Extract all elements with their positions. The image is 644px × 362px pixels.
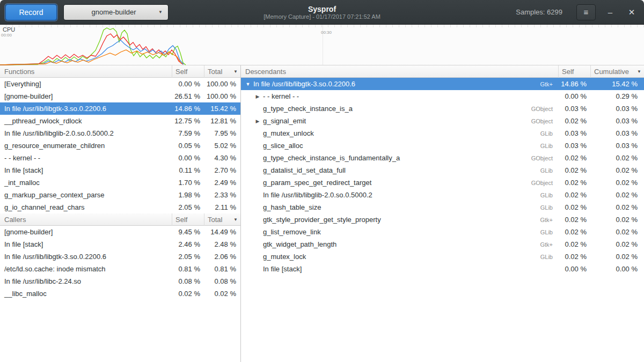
descendants-cumulative-column-header[interactable]: Cumulative▼	[590, 65, 644, 78]
headerbar-right: Samples: 6299 ≡ – ✕	[516, 4, 639, 20]
library-badge: Gtk+	[540, 81, 553, 87]
functions-table: [Everything]0.00 %100.00 %[gnome-builder…	[0, 78, 240, 213]
total-cell: 5.02 %	[204, 142, 240, 150]
sort-indicator-icon: ▼	[233, 217, 238, 222]
self-cell: 0.02 %	[558, 240, 590, 248]
descendants-table: ▼In file /usr/lib/libgtk-3.so.0.2200.6Gt…	[241, 78, 644, 275]
cumulative-cell: 0.02 %	[590, 203, 644, 211]
table-row[interactable]: g_slice_allocGLib0.03 %0.03 %	[241, 139, 644, 152]
table-row[interactable]: ▶g_signal_emitGObject0.02 %0.03 %	[241, 115, 644, 127]
minimize-button[interactable]: –	[603, 4, 617, 20]
expander-closed-icon[interactable]: ▶	[254, 94, 261, 99]
sysprof-window: Record gnome-builder ▼ Sysprof [Memory C…	[0, 0, 644, 362]
process-selector-label: gnome-builder	[69, 8, 158, 16]
cumulative-cell: 0.03 %	[590, 117, 644, 125]
table-row[interactable]: __pthread_rwlock_rdlock12.75 %12.81 %	[0, 115, 240, 127]
library-badge: Gtk+	[540, 241, 553, 248]
function-name-cell: _int_malloc	[0, 179, 172, 187]
table-row[interactable]: In file /usr/lib/libc-2.24.so0.08 %0.08 …	[0, 275, 240, 287]
total-cell: 0.02 %	[204, 290, 240, 298]
descendants-column-header[interactable]: Descendants	[241, 65, 558, 78]
self-cell: 0.11 %	[172, 166, 204, 174]
table-row[interactable]: In file [stack]0.11 %2.70 %	[0, 164, 240, 176]
table-row[interactable]: gtk_widget_path_lengthGtk+0.02 %0.02 %	[241, 238, 644, 250]
callers-total-column-header[interactable]: Total▼	[204, 213, 240, 226]
left-pane: Functions Self Total▼ [Everything]0.00 %…	[0, 65, 241, 362]
function-name-cell: g_mutex_unlock	[261, 129, 540, 137]
cumulative-cell: 0.02 %	[590, 154, 644, 162]
window-title: Sysprof	[308, 5, 336, 13]
table-row[interactable]: g_mutex_lockGLib0.02 %0.02 %	[241, 250, 644, 263]
library-badge: GLib	[540, 204, 553, 211]
process-selector[interactable]: gnome-builder ▼	[63, 4, 169, 20]
expander-closed-icon[interactable]: ▶	[254, 119, 261, 124]
table-row[interactable]: gtk_style_provider_get_style_propertyGtk…	[241, 213, 644, 226]
self-cell: 7.59 %	[172, 129, 204, 137]
table-row[interactable]: - - kernel - -0.00 %4.30 %	[0, 152, 240, 164]
self-cell: 0.03 %	[558, 142, 590, 150]
table-row[interactable]: [Everything]0.00 %100.00 %	[0, 78, 240, 90]
cumulative-cell: 0.02 %	[590, 191, 644, 199]
function-name-cell: In file /usr/lib/libgtk-3.so.0.2200.6	[0, 253, 172, 261]
table-row[interactable]: g_resource_enumerate_children0.05 %5.02 …	[0, 139, 240, 152]
library-badge: GObject	[531, 155, 553, 161]
table-row[interactable]: g_list_remove_linkGLib0.02 %0.02 %	[241, 226, 644, 238]
table-row[interactable]: /etc/ld.so.cache: inode mismatch0.81 %0.…	[0, 263, 240, 275]
functions-total-column-header[interactable]: Total▼	[204, 65, 240, 78]
table-row[interactable]: In file /usr/lib/libglib-2.0.so.0.5000.2…	[241, 189, 644, 201]
table-row[interactable]: g_type_check_instance_is_aGObject0.03 %0…	[241, 102, 644, 115]
minimize-icon: –	[608, 8, 612, 17]
table-row[interactable]: In file /usr/lib/libglib-2.0.so.0.5000.2…	[0, 127, 240, 139]
expander-open-icon[interactable]: ▼	[244, 82, 252, 87]
function-name-cell: In file [stack]	[0, 166, 172, 174]
function-name-cell: g_markup_parse_context_parse	[0, 191, 172, 199]
total-cell: 2.06 %	[204, 253, 240, 261]
cpu-timeline[interactable]: CPU 00:00 00:30	[0, 25, 644, 65]
self-cell: 0.02 %	[558, 253, 590, 261]
table-row[interactable]: ▶- - kernel - -0.00 %0.29 %	[241, 90, 644, 102]
table-row[interactable]: In file /usr/lib/libgtk-3.so.0.2200.62.0…	[0, 250, 240, 263]
cumulative-cell: 0.02 %	[590, 216, 644, 224]
cumulative-cell: 0.02 %	[590, 179, 644, 187]
function-name-cell: g_datalist_id_set_data_full	[261, 166, 540, 174]
total-cell: 2.48 %	[204, 240, 240, 248]
cpu-label: CPU	[3, 26, 15, 33]
descendants-header: Descendants Self Cumulative▼	[241, 65, 644, 78]
table-row[interactable]: In file [stack]0.00 %0.00 %	[241, 263, 644, 275]
table-row[interactable]: g_datalist_id_set_data_fullGLib0.02 %0.0…	[241, 164, 644, 176]
table-row[interactable]: g_io_channel_read_chars2.05 %2.11 %	[0, 201, 240, 213]
callers-table: [gnome-builder]9.45 %14.49 %In file [sta…	[0, 226, 240, 300]
total-cell: 7.95 %	[204, 129, 240, 137]
table-row[interactable]: g_markup_parse_context_parse1.98 %2.33 %	[0, 189, 240, 201]
library-badge: GLib	[540, 192, 553, 198]
table-row[interactable]: In file /usr/lib/libgtk-3.so.0.2200.614.…	[0, 102, 240, 115]
table-row[interactable]: __libc_malloc0.02 %0.02 %	[0, 287, 240, 300]
cumulative-cell: 0.03 %	[590, 105, 644, 113]
callers-column-header[interactable]: Callers	[0, 213, 172, 226]
table-row[interactable]: [gnome-builder]26.51 %100.00 %	[0, 90, 240, 102]
self-cell: 12.75 %	[172, 117, 204, 125]
self-cell: 14.86 %	[172, 105, 204, 113]
functions-self-column-header[interactable]: Self	[172, 65, 204, 78]
close-button[interactable]: ✕	[625, 4, 639, 20]
table-row[interactable]: [gnome-builder]9.45 %14.49 %	[0, 226, 240, 238]
functions-column-header[interactable]: Functions	[0, 65, 172, 78]
table-row[interactable]: g_type_check_instance_is_fundamentally_a…	[241, 152, 644, 164]
function-name-cell: - - kernel - -	[261, 92, 558, 100]
table-row[interactable]: g_hash_table_sizeGLib0.02 %0.02 %	[241, 201, 644, 213]
table-row[interactable]: g_param_spec_get_redirect_targetGObject0…	[241, 176, 644, 189]
table-row[interactable]: g_mutex_unlockGLib0.03 %0.03 %	[241, 127, 644, 139]
table-row[interactable]: ▼In file /usr/lib/libgtk-3.so.0.2200.6Gt…	[241, 78, 644, 90]
cpu-line-blue	[0, 40, 184, 65]
table-row[interactable]: _int_malloc1.70 %2.49 %	[0, 176, 240, 189]
menu-button[interactable]: ≡	[576, 4, 596, 20]
close-icon: ✕	[628, 8, 635, 17]
callers-self-column-header[interactable]: Self	[172, 213, 204, 226]
self-cell: 1.98 %	[172, 191, 204, 199]
table-row[interactable]: In file [stack]2.46 %2.48 %	[0, 238, 240, 250]
record-button[interactable]: Record	[5, 4, 57, 20]
cumulative-cell: 0.02 %	[590, 240, 644, 248]
chevron-down-icon: ▼	[158, 10, 163, 14]
window-subtitle: [Memory Capture] - 01/17/2017 07:21:52 A…	[264, 13, 380, 20]
descendants-self-column-header[interactable]: Self	[558, 65, 590, 78]
